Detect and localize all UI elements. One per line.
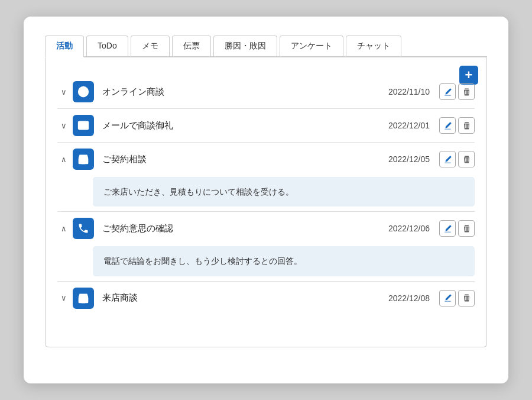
store-icon-item3	[73, 149, 94, 170]
chevron-item2[interactable]: ∨	[57, 121, 70, 130]
svg-rect-6	[82, 299, 85, 302]
chevron-item1[interactable]: ∨	[57, 88, 70, 96]
edit-button-item4[interactable]	[439, 220, 456, 237]
edit-button-item2[interactable]	[439, 117, 456, 134]
timeline-item-item4: ∧ ご契約意思の確認2022/12/06電話で結論をお聞きし、もう少し検討すると…	[57, 212, 475, 280]
svg-rect-4	[82, 160, 85, 164]
timeline-row-item5: ∨ 来店商談2022/12/08	[57, 282, 475, 315]
edit-button-item1[interactable]	[439, 83, 456, 100]
store-icon-item5	[73, 288, 94, 309]
tab-activity[interactable]: 活動	[45, 36, 84, 57]
item-label-item2: メールで商談御礼	[102, 120, 388, 131]
delete-button-item2[interactable]	[458, 117, 475, 134]
globe-icon-item1	[73, 81, 94, 102]
delete-button-item5[interactable]	[458, 290, 475, 307]
timeline-row-item3: ∧ ご契約相談2022/12/05	[57, 143, 475, 176]
item-date-item4: 2022/12/06	[388, 224, 430, 233]
edit-button-item3[interactable]	[439, 151, 456, 167]
item-date-item3: 2022/12/05	[388, 154, 430, 164]
chevron-item5[interactable]: ∨	[57, 293, 70, 302]
timeline-item-item5: ∨ 来店商談2022/12/08	[57, 282, 475, 315]
content-area: + ∨ オンライン商談2022/11/10∨ メールで商談御礼2022/12/0…	[45, 57, 487, 347]
item-label-item3: ご契約相談	[102, 154, 388, 165]
tab-todo[interactable]: ToDo	[86, 36, 128, 56]
tab-bar: 活動ToDoメモ伝票勝因・敗因アンケートチャット	[45, 36, 487, 57]
item-date-item5: 2022/12/08	[388, 293, 430, 303]
timeline-row-item1: ∨ オンライン商談2022/11/10	[57, 75, 475, 108]
delete-button-item4[interactable]	[458, 220, 475, 237]
item-date-item1: 2022/11/10	[388, 87, 430, 96]
timeline-item-item3: ∧ ご契約相談2022/12/05ご来店いただき、見積もりについて相談を受ける。	[57, 143, 475, 211]
phone-icon-item4	[73, 218, 94, 239]
edit-button-item5[interactable]	[439, 290, 456, 307]
timeline-item-item2: ∨ メールで商談御礼2022/12/01	[57, 109, 475, 142]
tab-memo[interactable]: メモ	[131, 36, 170, 56]
main-window: 活動ToDoメモ伝票勝因・敗因アンケートチャット + ∨ オンライン商談2022…	[24, 17, 508, 383]
item-label-item4: ご契約意思の確認	[102, 223, 388, 234]
tab-denpyo[interactable]: 伝票	[172, 36, 211, 56]
timeline: ∨ オンライン商談2022/11/10∨ メールで商談御礼2022/12/01∧…	[57, 75, 475, 315]
tab-chat[interactable]: チャット	[346, 36, 401, 56]
tab-anketo[interactable]: アンケート	[280, 36, 343, 56]
chevron-item4[interactable]: ∧	[57, 224, 70, 233]
item-date-item2: 2022/12/01	[388, 121, 430, 130]
item-label-item5: 来店商談	[102, 292, 388, 304]
detail-box-item4: 電話で結論をお聞きし、もう少し検討するとの回答。	[93, 246, 475, 276]
delete-button-item1[interactable]	[458, 83, 475, 100]
chevron-item3[interactable]: ∧	[57, 155, 70, 164]
delete-button-item3[interactable]	[458, 151, 475, 167]
detail-box-item3: ご来店いただき、見積もりについて相談を受ける。	[93, 177, 475, 207]
mail-icon-item2	[73, 115, 94, 136]
timeline-row-item2: ∨ メールで商談御礼2022/12/01	[57, 109, 475, 142]
item-label-item1: オンライン商談	[102, 86, 388, 98]
timeline-row-item4: ∧ ご契約意思の確認2022/12/06	[57, 212, 475, 245]
timeline-item-item1: ∨ オンライン商談2022/11/10	[57, 75, 475, 108]
tab-shohin[interactable]: 勝因・敗因	[213, 36, 277, 56]
